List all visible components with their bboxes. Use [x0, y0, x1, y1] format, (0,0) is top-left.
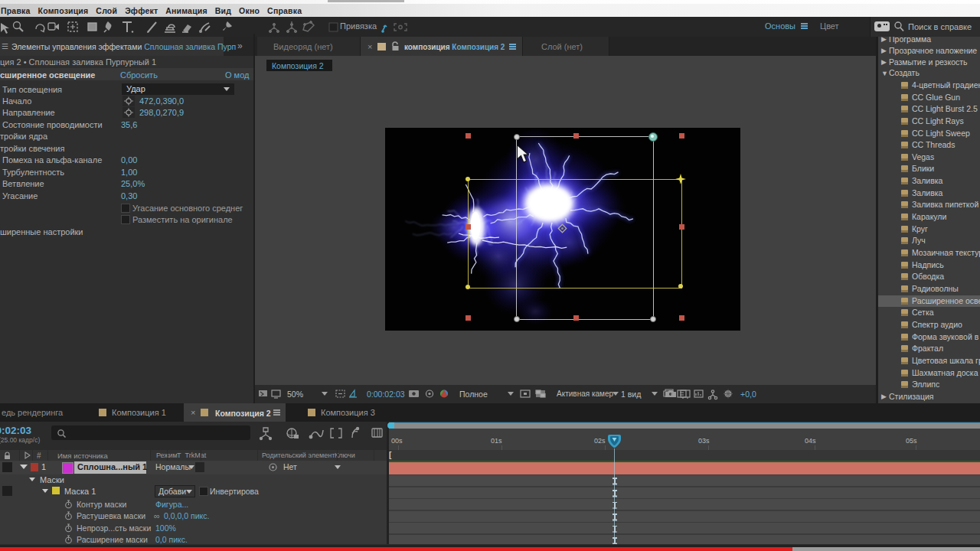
svg-text:#: #: [37, 452, 41, 460]
